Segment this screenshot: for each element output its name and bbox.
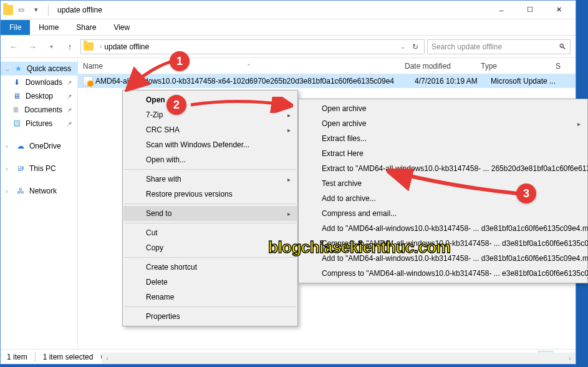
col-header-type[interactable]: Type — [476, 62, 551, 71]
folder-icon — [3, 5, 13, 15]
separator — [124, 306, 296, 307]
status-selected: 1 item selected — [43, 353, 94, 361]
navbar: ← → ▾ ↑ › update offline ⌵ ↻ Search upda… — [1, 36, 576, 58]
sidebar-thispc[interactable]: › 🖳 This PC — [1, 162, 77, 175]
separator — [35, 352, 36, 362]
separator — [124, 203, 296, 204]
cm-restore[interactable]: Restore previous versions — [123, 187, 297, 202]
annotation-arrow-2 — [187, 97, 293, 113]
sidebar-item-desktop[interactable]: 🖥︎ Desktop 📌︎ — [1, 89, 77, 103]
context-menu: Open 7-Zip▸ CRC SHA▸ Scan with Windows D… — [122, 90, 298, 326]
scroll-right-button[interactable]: › — [564, 353, 576, 364]
annotation-badge-1: 1 — [170, 51, 190, 71]
sm-extract-files[interactable]: Extract files... — [299, 131, 587, 146]
sm-open-archive[interactable]: Open archive — [299, 101, 587, 116]
up-button[interactable]: ↑ — [62, 39, 78, 55]
onedrive-icon: ☁ — [16, 141, 26, 151]
star-icon: ★ — [13, 64, 23, 74]
search-icon[interactable]: 🔍︎ — [559, 42, 566, 51]
ribbon-tabs: File Home Share View — [1, 19, 576, 36]
pin-icon: 📌︎ — [66, 93, 72, 100]
sidebar-quick-access[interactable]: ⌵ ★ Quick access — [1, 62, 77, 76]
qat-newfolder-icon[interactable]: ▾ — [29, 3, 43, 17]
sidebar-item-downloads[interactable]: ⬇ Downloads 📌︎ — [1, 76, 77, 89]
col-header-size[interactable]: S — [551, 62, 576, 71]
pin-icon: 📌︎ — [66, 120, 72, 127]
scroll-track[interactable] — [113, 353, 564, 364]
chevron-right-icon: ▸ — [287, 176, 291, 183]
pictures-icon: 🖼︎ — [12, 119, 22, 129]
sm-extract-here[interactable]: Extract Here — [299, 146, 587, 161]
qat-properties-icon[interactable]: ▭ — [14, 3, 28, 17]
dropdown-button[interactable]: ⌵ — [397, 41, 409, 53]
msu-file-icon — [83, 76, 93, 86]
sidebar-onedrive[interactable]: › ☁ OneDrive — [1, 139, 77, 153]
search-input[interactable]: Search update offline 🔍︎ — [427, 39, 571, 54]
cm-send-to[interactable]: Send to▸ — [123, 206, 297, 221]
status-item-count: 1 item — [7, 353, 27, 361]
back-button[interactable]: ← — [6, 39, 22, 55]
col-header-date[interactable]: Date modified — [400, 62, 476, 71]
chevron-right-icon: ▸ — [287, 127, 291, 134]
network-icon: 🖧 — [16, 186, 26, 196]
sm-compress-email[interactable]: Compress and email... — [299, 206, 587, 221]
forward-button[interactable]: → — [24, 39, 41, 55]
cm-open-with[interactable]: Open with... — [123, 152, 297, 167]
file-type: Microsoft Update ... — [486, 77, 561, 86]
sidebar-item-documents[interactable]: 🗎 Documents 📌︎ — [1, 103, 77, 117]
folder-icon — [84, 42, 94, 51]
sidebar-item-pictures[interactable]: 🖼︎ Pictures 📌︎ — [1, 117, 77, 130]
separator — [124, 257, 296, 258]
separator — [48, 4, 49, 16]
window-title: update offline — [57, 6, 102, 14]
titlebar[interactable]: ▭ ▾ update offline – ☐ ✕ — [1, 1, 576, 19]
horizontal-scrollbar[interactable]: ‹ › — [102, 353, 576, 364]
qat: ▭ ▾ — [3, 3, 52, 17]
minimize-button[interactable]: – — [487, 1, 516, 19]
sm-add-7z[interactable]: Add to "AMD64-all-windows10.0-kb3147458-… — [299, 221, 587, 236]
sort-arrow-icon: ⌃ — [246, 63, 251, 69]
chevron-right-icon: ▸ — [287, 210, 291, 217]
separator — [124, 223, 296, 223]
cm-create-shortcut[interactable]: Create shortcut — [123, 260, 297, 275]
cm-crc-sha[interactable]: CRC SHA▸ — [123, 122, 297, 137]
annotation-arrow-1 — [125, 57, 176, 92]
scroll-left-button[interactable]: ‹ — [102, 353, 113, 364]
download-icon: ⬇ — [12, 77, 22, 87]
annotation-badge-3: 3 — [516, 184, 536, 203]
file-date: 4/7/2016 10:19 AM — [410, 77, 486, 86]
refresh-button[interactable]: ↻ — [409, 41, 422, 53]
recent-button[interactable]: ▾ — [43, 39, 59, 55]
cm-properties[interactable]: Properties — [123, 309, 297, 324]
address-segment[interactable]: update offline — [104, 42, 149, 51]
separator — [124, 169, 296, 170]
sidebar-network[interactable]: › 🖧 Network — [1, 184, 77, 198]
sm-compress-zip-email[interactable]: Compress to "AMD64-all-windows10.0-kb314… — [299, 266, 587, 281]
pc-icon: 🖳 — [16, 164, 26, 174]
cm-share-with[interactable]: Share with▸ — [123, 172, 297, 187]
desktop-icon: 🖥︎ — [12, 91, 22, 101]
pin-icon: 📌︎ — [66, 107, 72, 114]
cm-scan-defender[interactable]: Scan with Windows Defender... — [123, 137, 297, 152]
watermark: blogchiasekienthuc.com — [268, 238, 450, 257]
cm-delete[interactable]: Delete — [123, 275, 297, 290]
file-tab[interactable]: File — [1, 20, 30, 35]
annotation-arrow-3 — [387, 169, 524, 200]
annotation-badge-2: 2 — [166, 95, 186, 115]
close-button[interactable]: ✕ — [544, 1, 573, 19]
tab-share[interactable]: Share — [67, 20, 105, 35]
nav-pane: ⌵ ★ Quick access ⬇ Downloads 📌︎ 🖥︎ Deskt… — [1, 58, 78, 349]
chevron-right-icon[interactable]: › — [100, 43, 102, 50]
cm-rename[interactable]: Rename — [123, 290, 297, 305]
window-controls: – ☐ ✕ — [487, 1, 573, 19]
chevron-right-icon: ▸ — [577, 120, 581, 127]
maximize-button[interactable]: ☐ — [516, 1, 544, 19]
documents-icon: 🗎 — [12, 105, 21, 115]
address-bar[interactable]: › update offline ⌵ ↻ — [80, 39, 425, 54]
sm-open-archive-as[interactable]: Open archive▸ — [299, 116, 587, 131]
tab-view[interactable]: View — [105, 20, 138, 35]
search-placeholder: Search update offline — [431, 42, 502, 51]
pin-icon: 📌︎ — [66, 79, 72, 86]
tab-home[interactable]: Home — [30, 20, 67, 35]
